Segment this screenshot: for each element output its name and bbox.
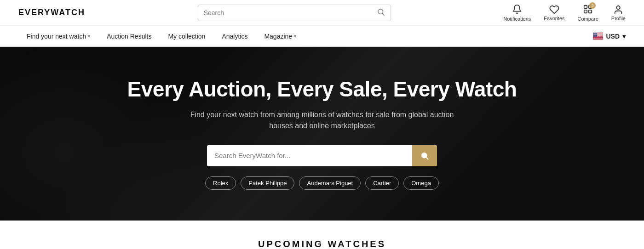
hero-content: Every Auction, Every Sale, Every Watch F… [127, 78, 517, 190]
svg-rect-13 [593, 39, 603, 39]
svg-rect-2 [584, 5, 587, 8]
nav-magazine[interactable]: Magazine ▾ [256, 27, 305, 45]
currency-selector[interactable]: USD ▾ [593, 33, 626, 40]
notifications-label: Notifications [503, 16, 531, 22]
hero-search-button[interactable] [412, 145, 437, 166]
header-search-icon[interactable] [377, 8, 385, 18]
nav-my-collection[interactable]: My collection [160, 27, 213, 45]
svg-point-34 [596, 35, 597, 35]
heart-icon [549, 5, 559, 15]
hero-tag-rolex[interactable]: Rolex [205, 176, 236, 190]
chevron-down-icon: ▾ [88, 34, 90, 39]
nav-auction-results[interactable]: Auction Results [98, 27, 160, 45]
svg-point-31 [593, 35, 594, 35]
svg-point-20 [595, 33, 595, 34]
chevron-down-icon-currency: ▾ [622, 33, 626, 40]
hero-search-bar [207, 145, 437, 166]
svg-point-28 [595, 34, 595, 35]
hero-section: Every Auction, Every Sale, Every Watch F… [0, 47, 644, 221]
svg-rect-5 [589, 10, 592, 12]
compare-nav-item[interactable]: 3 Compare [578, 4, 598, 22]
svg-point-30 [597, 34, 597, 35]
profile-label: Profile [611, 16, 626, 21]
profile-icon [613, 5, 623, 15]
svg-point-17 [595, 33, 596, 33]
top-header: EVERYWATCH Notifications Fav [0, 0, 644, 26]
chevron-down-icon-magazine: ▾ [294, 34, 296, 39]
hero-title: Every Auction, Every Sale, Every Watch [127, 78, 517, 101]
nav-links: Find your next watch ▾ Auction Results M… [18, 27, 305, 45]
favorites-nav-item[interactable]: Favorites [544, 5, 564, 21]
nav-bar: Find your next watch ▾ Auction Results M… [0, 26, 644, 47]
notifications-nav-item[interactable]: Notifications [503, 4, 531, 22]
currency-label: USD [606, 33, 620, 40]
profile-nav-item[interactable]: Profile [611, 5, 626, 21]
svg-point-15 [593, 33, 594, 33]
hero-tags: Rolex Patek Philippe Audemars Piguet Car… [205, 176, 439, 190]
hero-tag-omega[interactable]: Omega [403, 176, 439, 190]
svg-point-16 [594, 33, 595, 33]
svg-rect-4 [584, 10, 587, 12]
svg-rect-12 [593, 38, 603, 38]
us-flag-icon [593, 33, 603, 40]
compare-badge-wrapper: 3 [583, 4, 593, 15]
favorites-label: Favorites [544, 16, 564, 21]
hero-subtitle: Find your next watch from among millions… [190, 109, 454, 131]
nav-find-next-watch[interactable]: Find your next watch ▾ [18, 27, 98, 45]
svg-point-23 [593, 34, 594, 34]
upcoming-title: UPCOMING WATCHES [18, 239, 626, 249]
svg-point-19 [594, 33, 594, 34]
nav-analytics[interactable]: Analytics [213, 27, 256, 45]
top-nav-icons: Notifications Favorites 3 Compare [503, 4, 626, 22]
svg-line-1 [382, 13, 384, 15]
svg-point-6 [617, 6, 620, 9]
notifications-badge-wrapper [512, 4, 522, 15]
svg-point-26 [596, 34, 597, 34]
svg-point-27 [594, 34, 594, 35]
svg-point-25 [595, 34, 596, 34]
svg-point-32 [594, 35, 595, 35]
svg-point-29 [596, 34, 596, 35]
svg-rect-11 [593, 36, 603, 37]
logo[interactable]: EVERYWATCH [18, 8, 85, 17]
hero-tag-cartier[interactable]: Cartier [365, 176, 399, 190]
svg-line-36 [426, 157, 428, 159]
svg-point-18 [596, 33, 597, 33]
header-search-bar [198, 5, 391, 21]
upcoming-section: UPCOMING WATCHES Find the best watches c… [0, 221, 644, 249]
header-search-input[interactable] [204, 9, 377, 17]
compare-label: Compare [578, 16, 598, 22]
hero-tag-patek[interactable]: Patek Philippe [241, 176, 294, 190]
svg-point-22 [597, 33, 597, 34]
svg-point-24 [594, 34, 595, 34]
svg-point-21 [596, 33, 596, 34]
hero-tag-audemars[interactable]: Audemars Piguet [299, 176, 361, 190]
compare-badge: 3 [589, 2, 596, 9]
hero-search-input[interactable] [207, 145, 412, 166]
search-icon [420, 152, 429, 160]
bell-icon [512, 4, 522, 14]
svg-point-33 [595, 35, 596, 35]
